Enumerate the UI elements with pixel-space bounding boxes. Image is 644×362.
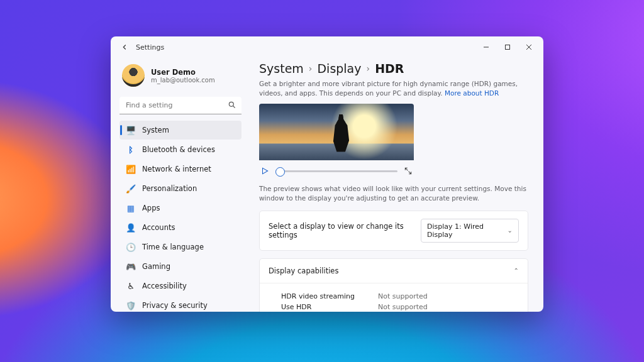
main-content: System › Display › HDR Get a brighter an… bbox=[248, 58, 543, 312]
svg-point-4 bbox=[229, 102, 233, 106]
nav-list: 🖥️ System ᛒ Bluetooth & devices 📶 Networ… bbox=[119, 121, 242, 312]
hdr-preview bbox=[259, 104, 414, 178]
sidebar-item-label: Gaming bbox=[142, 262, 170, 271]
play-button[interactable] bbox=[260, 167, 269, 175]
profile-block[interactable]: User Demo m_lab@outlook.com bbox=[119, 62, 242, 96]
svg-rect-1 bbox=[506, 45, 510, 50]
preview-thumbnail bbox=[259, 104, 414, 160]
apps-icon: ▦ bbox=[126, 203, 136, 213]
search-box[interactable] bbox=[119, 97, 242, 114]
capability-key: Use HDR bbox=[281, 303, 363, 311]
capabilities-body: HDR video streaming Not supported Use HD… bbox=[260, 283, 528, 312]
search-input[interactable] bbox=[119, 97, 242, 114]
sidebar-item-label: Accessibility bbox=[142, 282, 187, 290]
capability-row: Use HDR Not supported bbox=[281, 303, 519, 311]
capabilities-title: Display capabilities bbox=[269, 266, 338, 275]
svg-marker-6 bbox=[263, 168, 268, 174]
sidebar-item-personalization[interactable]: 🖌️ Personalization bbox=[119, 179, 242, 198]
breadcrumb: System › Display › HDR bbox=[259, 62, 528, 75]
capability-value: Not supported bbox=[378, 303, 428, 311]
brush-icon: 🖌️ bbox=[126, 184, 136, 194]
sidebar-item-label: System bbox=[142, 126, 169, 134]
user-email: m_lab@outlook.com bbox=[151, 77, 215, 84]
sidebar-item-label: Personalization bbox=[142, 184, 197, 193]
sidebar-item-system[interactable]: 🖥️ System bbox=[119, 121, 242, 140]
gaming-icon: 🎮 bbox=[126, 261, 136, 272]
expand-button[interactable] bbox=[404, 167, 413, 175]
sidebar-item-apps[interactable]: ▦ Apps bbox=[119, 199, 242, 217]
breadcrumb-system[interactable]: System bbox=[259, 62, 304, 75]
capability-key: HDR video streaming bbox=[281, 292, 363, 300]
sidebar-item-privacy[interactable]: 🛡️ Privacy & security bbox=[119, 296, 242, 312]
sidebar-item-label: Privacy & security bbox=[142, 301, 208, 310]
sidebar-item-bluetooth[interactable]: ᛒ Bluetooth & devices bbox=[119, 140, 242, 159]
breadcrumb-current: HDR bbox=[375, 62, 404, 75]
sidebar-item-network[interactable]: 📶 Network & internet bbox=[119, 160, 242, 178]
sidebar-item-gaming[interactable]: 🎮 Gaming bbox=[119, 257, 242, 276]
chevron-right-icon: › bbox=[367, 63, 370, 74]
sidebar-item-label: Apps bbox=[142, 204, 160, 212]
close-button[interactable] bbox=[518, 38, 540, 56]
accounts-icon: 👤 bbox=[126, 222, 136, 233]
preview-note: The preview shows what video will look l… bbox=[259, 184, 528, 202]
sidebar-item-accessibility[interactable]: ♿ Accessibility bbox=[119, 277, 242, 295]
clock-icon: 🕒 bbox=[126, 242, 136, 252]
settings-window: Settings User Demo m_lab@o bbox=[111, 36, 543, 312]
accessibility-icon: ♿ bbox=[126, 281, 136, 291]
back-button[interactable] bbox=[117, 40, 132, 55]
bluetooth-icon: ᛒ bbox=[126, 145, 136, 155]
sidebar-item-accounts[interactable]: 👤 Accounts bbox=[119, 218, 242, 237]
window-title: Settings bbox=[136, 43, 164, 52]
capabilities-header[interactable]: Display capabilities ⌃ bbox=[260, 259, 528, 283]
titlebar: Settings bbox=[111, 36, 543, 58]
chevron-up-icon: ⌃ bbox=[514, 267, 519, 274]
maximize-button[interactable] bbox=[497, 38, 518, 56]
sidebar-item-label: Network & internet bbox=[142, 165, 211, 173]
display-capabilities-card: Display capabilities ⌃ HDR video streami… bbox=[259, 258, 528, 312]
capability-value: Not supported bbox=[378, 292, 428, 300]
desktop-wallpaper: Settings User Demo m_lab@o bbox=[0, 0, 644, 362]
sidebar-item-label: Bluetooth & devices bbox=[142, 145, 215, 154]
chevron-right-icon: › bbox=[309, 63, 313, 74]
display-selector-label: Select a display to view or change its s… bbox=[269, 222, 421, 239]
chevron-down-icon: ⌄ bbox=[508, 227, 513, 234]
sidebar-item-label: Time & language bbox=[142, 243, 204, 251]
display-selector-value: Display 1: Wired Display bbox=[427, 222, 504, 239]
display-selector-card: Select a display to view or change its s… bbox=[259, 211, 528, 251]
user-name: User Demo bbox=[151, 68, 215, 77]
sidebar: User Demo m_lab@outlook.com 🖥️ System bbox=[111, 58, 248, 312]
minimize-button[interactable] bbox=[475, 38, 497, 56]
system-icon: 🖥️ bbox=[126, 125, 136, 135]
preview-figure bbox=[330, 114, 352, 152]
sidebar-item-time-language[interactable]: 🕒 Time & language bbox=[119, 238, 242, 256]
page-description: Get a brighter and more vibrant picture … bbox=[259, 79, 528, 97]
display-selector-dropdown[interactable]: Display 1: Wired Display ⌄ bbox=[421, 219, 519, 243]
search-icon bbox=[228, 101, 236, 109]
more-about-hdr-link[interactable]: More about HDR bbox=[445, 89, 499, 97]
shield-icon: 🛡️ bbox=[126, 300, 136, 310]
wifi-icon: 📶 bbox=[126, 164, 136, 174]
preview-slider[interactable] bbox=[275, 170, 397, 172]
breadcrumb-display[interactable]: Display bbox=[317, 62, 361, 75]
sidebar-item-label: Accounts bbox=[142, 223, 175, 232]
svg-line-5 bbox=[233, 106, 235, 108]
capability-row: HDR video streaming Not supported bbox=[281, 292, 519, 300]
avatar bbox=[122, 64, 145, 87]
